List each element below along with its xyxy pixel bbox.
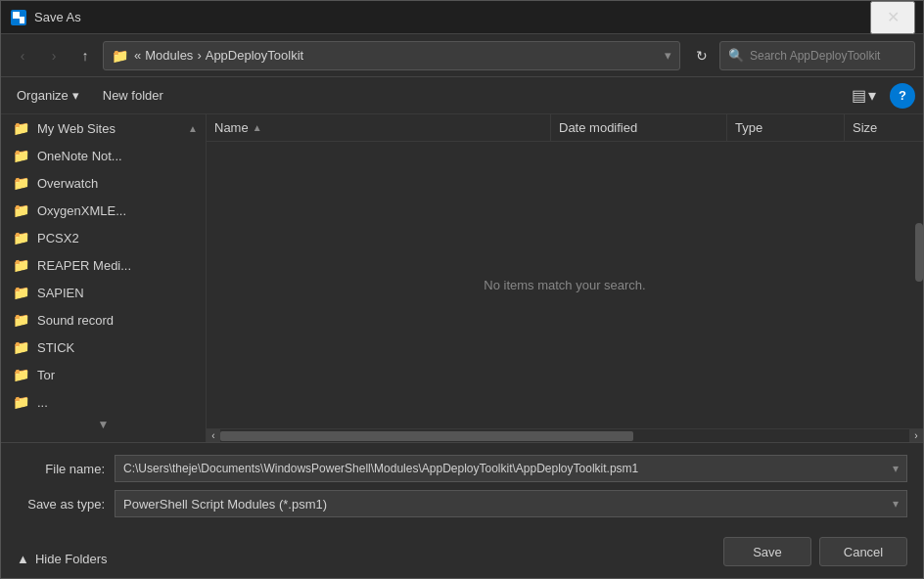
address-modules: Modules [145, 48, 193, 63]
folder-icon: 📁 [13, 120, 29, 136]
hide-folders-button[interactable]: ▲ Hide Folders [17, 552, 108, 566]
folder-icon: 📁 [13, 148, 29, 163]
right-panel: Name ▲ Date modified Type Size No items … [207, 114, 923, 442]
list-item[interactable]: 📁 SAPIEN [1, 279, 206, 306]
list-item[interactable]: 📁 OneNote Not... [1, 142, 206, 169]
scroll-track[interactable] [220, 429, 909, 443]
folder-name: STICK [37, 340, 74, 355]
organize-button[interactable]: Organize ▾ [9, 84, 87, 107]
hide-folders-label: Hide Folders [35, 552, 108, 566]
address-path: « Modules › AppDeployToolkit [134, 48, 665, 63]
size-column-header[interactable]: Size [845, 114, 923, 141]
back-button[interactable]: ‹ [9, 42, 36, 69]
type-column-header[interactable]: Type [727, 114, 845, 141]
save-as-type-label: Save as type: [17, 497, 115, 512]
save-button[interactable]: Save [723, 537, 811, 566]
search-box[interactable]: 🔍 Search AppDeployToolkit [719, 41, 915, 70]
scroll-right-button[interactable]: › [909, 429, 923, 443]
folder-icon: 📁 [13, 257, 29, 273]
column-headers: Name ▲ Date modified Type Size [207, 114, 923, 142]
cancel-button[interactable]: Cancel [819, 537, 907, 566]
list-item[interactable]: 📁 OxygenXMLE... [1, 197, 206, 224]
address-folder-icon: 📁 [112, 48, 128, 64]
refresh-button[interactable]: ↻ [688, 42, 716, 69]
file-name-input[interactable]: C:\Users\theje\Documents\WindowsPowerShe… [115, 455, 907, 482]
address-sep: « [134, 48, 141, 63]
folder-name: ... [37, 395, 48, 410]
hide-folders-icon: ▲ [17, 552, 29, 566]
bottom-footer: ▲ Hide Folders Save Cancel [17, 525, 907, 566]
svg-rect-2 [20, 17, 24, 23]
organize-arrow-icon: ▾ [72, 88, 79, 103]
close-button[interactable]: ✕ [870, 1, 915, 34]
folder-name: Tor [37, 368, 55, 382]
folder-name: PCSX2 [37, 231, 79, 245]
view-arrow-icon: ▾ [868, 86, 876, 105]
action-buttons: Save Cancel [723, 537, 907, 566]
save-type-dropdown-icon[interactable]: ▾ [893, 497, 899, 511]
folder-name: SAPIEN [37, 286, 84, 300]
scroll-down-indicator: ▼ [1, 416, 206, 433]
list-item[interactable]: 📁 Overwatch [1, 169, 206, 197]
list-item[interactable]: 📁 REAPER Medi... [1, 251, 206, 279]
scroll-left-button[interactable]: ‹ [207, 429, 220, 443]
file-name-dropdown-icon[interactable]: ▾ [893, 462, 899, 475]
view-icon: ▤ [852, 86, 866, 105]
folder-icon: 📁 [13, 285, 29, 300]
svg-rect-1 [13, 12, 20, 19]
save-type-row: Save as type: PowerShell Script Modules … [17, 490, 907, 517]
folder-icon: 📁 [13, 367, 29, 382]
address-arrow: › [197, 48, 201, 63]
new-folder-button[interactable]: New folder [95, 84, 171, 107]
address-toolkit: AppDeployToolkit [206, 48, 303, 63]
folder-name: OneNote Not... [37, 149, 122, 163]
forward-button[interactable]: › [40, 42, 68, 69]
date-column-label: Date modified [559, 120, 637, 135]
scroll-thumb[interactable] [220, 431, 633, 441]
folder-icon: 📁 [13, 202, 29, 218]
address-bar[interactable]: 📁 « Modules › AppDeployToolkit ▾ [103, 41, 680, 70]
up-button[interactable]: ↑ [71, 42, 99, 69]
date-column-header[interactable]: Date modified [551, 114, 727, 141]
sub-toolbar: Organize ▾ New folder ▤ ▾ ? [1, 77, 923, 114]
horizontal-scrollbar[interactable]: ‹ › [207, 428, 923, 442]
folder-icon: 📁 [13, 175, 29, 191]
save-as-dialog: Save As ✕ ‹ › ↑ 📁 « Modules › AppDeployT… [0, 0, 924, 579]
organize-label: Organize [17, 88, 69, 103]
file-name-row: File name: C:\Users\theje\Documents\Wind… [17, 455, 907, 482]
address-dropdown-icon[interactable]: ▾ [665, 48, 671, 63]
list-item[interactable]: 📁 Sound record [1, 306, 206, 334]
list-item[interactable]: 📁 PCSX2 [1, 224, 206, 251]
save-as-type-value: PowerShell Script Modules (*.psm1) [123, 497, 327, 512]
folder-name: Overwatch [37, 176, 98, 191]
file-name-label: File name: [17, 462, 115, 476]
folder-icon: 📁 [13, 312, 29, 328]
folder-icon: 📁 [13, 230, 29, 245]
left-panel: 📁 My Web Sites ▲ 📁 OneNote Not... 📁 Over… [1, 114, 207, 442]
save-as-type-select[interactable]: PowerShell Script Modules (*.psm1) ▾ [115, 490, 907, 517]
content-area: 📁 My Web Sites ▲ 📁 OneNote Not... 📁 Over… [1, 114, 923, 442]
title-bar: Save As ✕ [1, 1, 923, 34]
list-item[interactable]: 📁 My Web Sites ▲ [1, 114, 206, 142]
file-list: No items match your search. [207, 142, 923, 428]
file-name-value: C:\Users\theje\Documents\WindowsPowerShe… [123, 462, 638, 475]
view-button[interactable]: ▤ ▾ [846, 82, 882, 109]
folder-icon: 📁 [13, 394, 29, 410]
list-item[interactable]: 📁 ... [1, 388, 206, 416]
list-item[interactable]: 📁 STICK [1, 334, 206, 361]
folder-name: OxygenXMLE... [37, 203, 126, 218]
folder-name: REAPER Medi... [37, 258, 131, 273]
list-item[interactable]: 📁 Tor [1, 361, 206, 388]
help-button[interactable]: ? [890, 83, 915, 109]
name-column-header[interactable]: Name ▲ [207, 114, 551, 141]
name-column-label: Name [214, 120, 249, 135]
folder-icon: 📁 [13, 339, 29, 355]
empty-message: No items match your search. [484, 278, 645, 292]
folder-name: Sound record [37, 313, 114, 328]
search-placeholder: Search AppDeployToolkit [750, 49, 880, 63]
size-column-label: Size [853, 120, 877, 135]
bottom-bar: File name: C:\Users\theje\Documents\Wind… [1, 442, 923, 578]
dialog-title: Save As [34, 10, 870, 24]
toolbar: ‹ › ↑ 📁 « Modules › AppDeployToolkit ▾ ↻… [1, 34, 923, 77]
expand-icon: ▲ [188, 123, 198, 134]
